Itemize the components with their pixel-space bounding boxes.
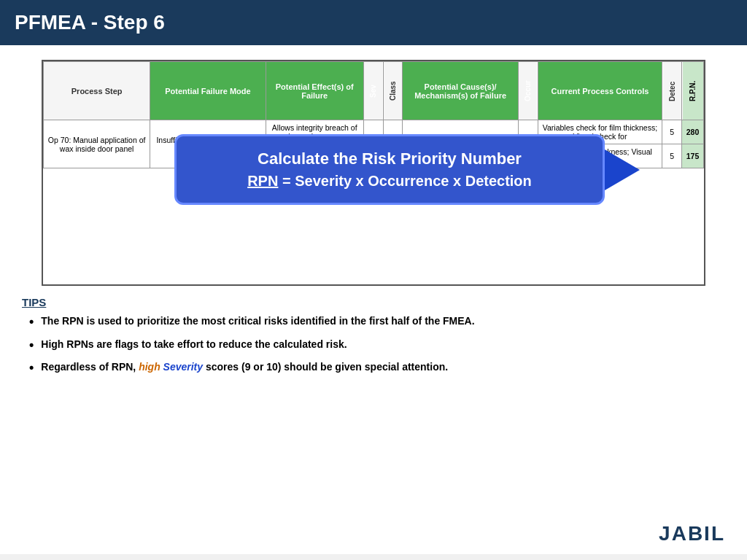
cell-process-step: Op 70: Manual application of wax inside …: [44, 120, 150, 168]
tip-text-before: Regardless of RPN,: [41, 361, 136, 373]
callout-title: Calculate the Risk Priority Number: [194, 149, 585, 168]
tip-text-after: scores (9 or 10) should be given special…: [203, 361, 448, 373]
list-item: • High RPNs are flags to take effort to …: [29, 338, 725, 354]
bullet-icon: •: [29, 360, 34, 376]
list-item: • The RPN is used to prioritize the most…: [29, 314, 725, 330]
tip-text-1: The RPN is used to prioritize the most c…: [41, 314, 474, 329]
col-header-detec: Detec: [662, 62, 682, 120]
col-header-failure-mode: Potential Failure Mode: [150, 62, 266, 120]
col-header-class: Class: [383, 62, 403, 120]
col-header-cause: Potential Cause(s)/ Mechanism(s) of Fail…: [403, 62, 518, 120]
tip-text-3: Regardless of RPN, high Severity scores …: [41, 360, 448, 375]
col-header-occur: Occur: [518, 62, 538, 120]
rpn-underline-text: RPN: [247, 173, 278, 189]
tip-text-2: High RPNs are flags to take effort to re…: [41, 338, 347, 352]
col-header-rpn: R.P.N.: [682, 62, 704, 120]
cell-rpn-2: 175: [682, 144, 704, 168]
tips-section: TIPS • The RPN is used to prioritize the…: [15, 296, 732, 376]
pfmea-table-wrapper: Process Step Potential Failure Mode Pote…: [42, 60, 705, 286]
callout-formula-rest: = Severity x Occurrence x Detection: [282, 173, 532, 189]
jabil-logo: JABIL: [659, 522, 725, 545]
page-title: PFMEA - Step 6: [15, 11, 165, 34]
tip-highlight-italic: high: [136, 361, 163, 373]
callout-overlay: Calculate the Risk Priority Number RPN =…: [174, 134, 605, 205]
list-item: • Regardless of RPN, high Severity score…: [29, 360, 725, 376]
tips-title: TIPS: [22, 296, 725, 308]
col-header-process: Process Step: [44, 62, 150, 120]
col-header-effect: Potential Effect(s) of Failure: [266, 62, 363, 120]
cell-rpn-1: 280: [682, 120, 704, 144]
cell-detec-2: 5: [662, 144, 682, 168]
callout-arrow: [605, 149, 640, 190]
bullet-icon: •: [29, 338, 34, 354]
cell-detec-1: 5: [662, 120, 682, 144]
tip-highlight-bold: Severity: [163, 361, 203, 373]
callout-formula: RPN = Severity x Occurrence x Detection: [194, 173, 585, 190]
bullet-icon: •: [29, 314, 34, 330]
page-header: PFMEA - Step 6: [0, 0, 747, 45]
main-content: Process Step Potential Failure Mode Pote…: [0, 45, 747, 554]
tips-list: • The RPN is used to prioritize the most…: [22, 314, 725, 376]
callout-box: Calculate the Risk Priority Number RPN =…: [174, 134, 605, 205]
col-header-controls: Current Process Controls: [538, 62, 662, 120]
col-header-sev: Sev: [363, 62, 383, 120]
